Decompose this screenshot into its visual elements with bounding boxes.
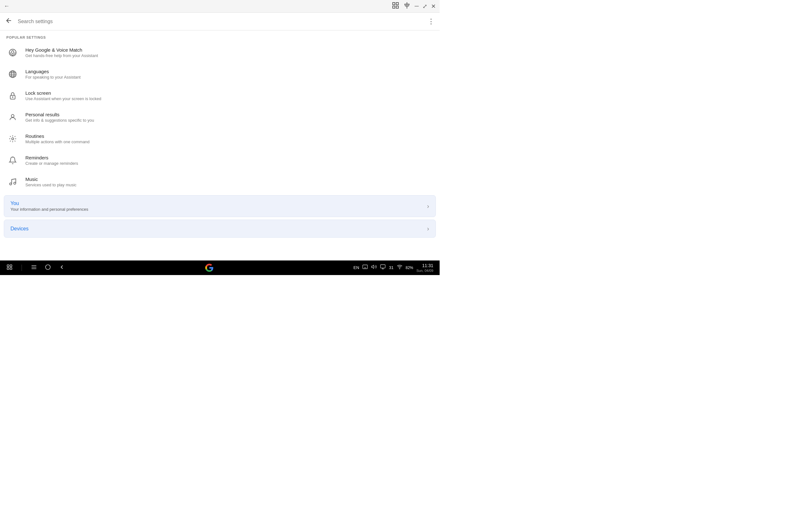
recents-icon[interactable] (31, 264, 37, 272)
svg-rect-1 (396, 3, 398, 5)
time-display: 11:31 (416, 263, 433, 268)
lock-screen-text: Lock screen Use Assistant when your scre… (26, 90, 101, 101)
screen-icon[interactable] (380, 264, 386, 271)
languages-subtitle: For speaking to your Assistant (26, 75, 81, 79)
search-back-button[interactable] (5, 17, 13, 26)
svg-rect-20 (10, 268, 12, 269)
svg-point-13 (12, 138, 14, 140)
you-section-left: You Your information and personal prefer… (10, 201, 88, 212)
routines-icon (6, 132, 19, 145)
lock-screen-subtitle: Use Assistant when your screen is locked (26, 96, 101, 101)
hey-google-title: Hey Google & Voice Match (26, 47, 98, 53)
routines-subtitle: Multiple actions with one command (26, 139, 90, 144)
wifi-icon (397, 264, 403, 271)
languages-item[interactable]: Languages For speaking to your Assistant (0, 63, 440, 85)
personal-results-icon (6, 111, 19, 124)
nav-bar-left (6, 264, 65, 272)
music-item[interactable]: Music Services used to play music (0, 171, 440, 193)
devices-section-inner: Devices › (4, 220, 436, 237)
you-section-inner: You Your information and personal prefer… (4, 195, 436, 217)
search-input[interactable] (18, 19, 427, 24)
calendar-icon: 31 (389, 265, 393, 270)
music-subtitle: Services used to play music (26, 182, 77, 187)
nav-divider-1 (21, 265, 22, 271)
restore-icon[interactable]: ⤢ (422, 3, 427, 10)
personal-results-text: Personal results Get info & suggestions … (26, 112, 94, 123)
music-icon (6, 176, 19, 188)
languages-title: Languages (26, 69, 81, 74)
svg-point-28 (399, 269, 400, 269)
language-label: EN (353, 265, 359, 270)
svg-rect-3 (393, 6, 395, 8)
personal-results-subtitle: Get info & suggestions specific to you (26, 118, 94, 123)
svg-marker-26 (372, 265, 374, 269)
hey-google-item[interactable]: Hey Google & Voice Match Get hands-free … (0, 42, 440, 63)
keyboard-icon[interactable] (362, 264, 368, 271)
battery-level: 82% (406, 266, 413, 270)
routines-title: Routines (26, 133, 90, 139)
volume-icon[interactable] (371, 264, 377, 271)
reminders-title: Reminders (26, 155, 78, 160)
hey-google-icon (6, 46, 19, 59)
you-section[interactable]: You Your information and personal prefer… (4, 195, 436, 217)
personal-results-item[interactable]: Personal results Get info & suggestions … (0, 107, 440, 128)
title-bar-right: ─ ⤢ ✕ (392, 2, 436, 11)
home-icon[interactable] (45, 264, 51, 272)
svg-rect-25 (363, 265, 368, 269)
routines-item[interactable]: Routines Multiple actions with one comma… (0, 128, 440, 150)
more-options-icon[interactable]: ⋮ (427, 17, 435, 26)
title-bar-left: ← (4, 3, 9, 9)
svg-point-24 (46, 265, 50, 269)
svg-rect-0 (393, 3, 395, 5)
pin-icon[interactable] (403, 2, 411, 11)
lock-screen-icon (6, 89, 19, 102)
lock-screen-title: Lock screen (26, 90, 101, 96)
reminders-subtitle: Create or manage reminders (26, 161, 78, 166)
reminders-item[interactable]: Reminders Create or manage reminders (0, 150, 440, 171)
svg-rect-18 (10, 265, 12, 267)
music-title: Music (26, 176, 77, 182)
date-display: Sun, 04/09 (416, 268, 433, 273)
hey-google-text: Hey Google & Voice Match Get hands-free … (26, 47, 98, 58)
you-section-arrow: › (427, 203, 429, 210)
nav-bar: EN 31 (0, 261, 440, 275)
nav-bar-time: 11:31 Sun, 04/09 (416, 263, 433, 273)
hey-google-subtitle: Get hands-free help from your Assistant (26, 53, 98, 58)
svg-rect-27 (380, 265, 386, 268)
you-section-title: You (10, 201, 88, 206)
settings-content: POPULAR SETTINGS Hey Google & Voice Matc… (0, 31, 440, 261)
routines-text: Routines Multiple actions with one comma… (26, 133, 90, 144)
devices-section-title: Devices (10, 226, 29, 232)
grid-icon[interactable] (6, 264, 13, 272)
languages-icon (6, 68, 19, 80)
nav-bar-right: EN 31 (353, 263, 433, 273)
devices-section-arrow: › (427, 225, 429, 232)
lock-screen-item[interactable]: Lock screen Use Assistant when your scre… (0, 85, 440, 107)
devices-section[interactable]: Devices › (4, 220, 436, 238)
svg-rect-19 (7, 268, 9, 269)
search-bar: ⋮ (0, 13, 440, 31)
svg-rect-17 (7, 265, 9, 267)
svg-point-16 (14, 182, 16, 184)
close-icon[interactable]: ✕ (431, 3, 436, 10)
personal-results-title: Personal results (26, 112, 94, 117)
svg-point-11 (12, 97, 13, 97)
devices-section-left: Devices (10, 226, 29, 232)
reminders-icon (6, 154, 19, 167)
you-section-subtitle: Your information and personal preference… (10, 207, 88, 212)
popular-settings-label: POPULAR SETTINGS (0, 31, 440, 42)
title-bar: ← ─ ⤢ ✕ (0, 0, 440, 13)
screenshot-icon[interactable] (392, 2, 399, 11)
back-nav-icon[interactable] (59, 264, 65, 272)
svg-rect-2 (396, 6, 398, 8)
svg-point-12 (11, 114, 14, 117)
reminders-text: Reminders Create or manage reminders (26, 155, 78, 166)
languages-text: Languages For speaking to your Assistant (26, 69, 81, 79)
minimize-icon[interactable]: ─ (415, 3, 419, 9)
music-text: Music Services used to play music (26, 176, 77, 187)
google-logo (205, 263, 214, 272)
svg-point-15 (9, 183, 12, 185)
back-icon[interactable]: ← (4, 3, 9, 9)
